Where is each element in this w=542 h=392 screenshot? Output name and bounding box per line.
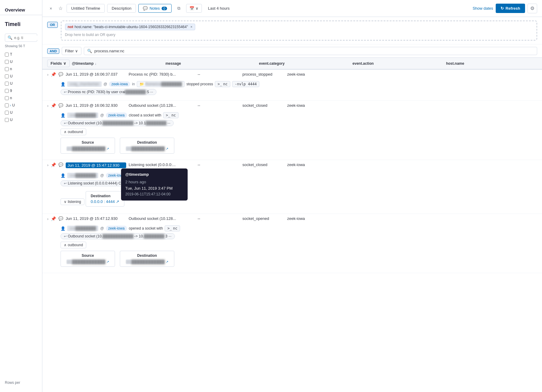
pin-icon[interactable]: 📌	[51, 216, 56, 221]
dest-value[interactable]: 10.████████████ ↗	[125, 146, 169, 151]
expand-icon[interactable]: ›	[47, 217, 48, 221]
search-input[interactable]	[94, 49, 534, 53]
sort-icon[interactable]: ↓	[95, 62, 97, 65]
list-item-label: U	[10, 60, 13, 64]
list-item: U	[5, 59, 37, 65]
list-item-checkbox[interactable]	[5, 74, 9, 78]
list-item-label: U	[10, 118, 13, 122]
search-icon: 🔍	[87, 49, 92, 53]
detail-cmd: >_ nc	[165, 225, 180, 231]
comment-icon[interactable]: 💬	[58, 216, 63, 221]
refresh-button[interactable]: ↻ Refresh	[496, 4, 525, 13]
list-item-checkbox[interactable]	[5, 82, 9, 86]
copy-button[interactable]: ⧉	[174, 4, 184, 13]
socket-toggle-outbound[interactable]: ∧ outbound	[61, 129, 86, 135]
comment-icon[interactable]: 💬	[58, 103, 63, 108]
detail-username: crai████████	[67, 113, 98, 118]
list-item-label: U	[10, 110, 13, 115]
search-row: AND Filter ∨ 🔍	[42, 44, 542, 57]
pin-icon[interactable]: 📌	[51, 162, 56, 167]
list-item-label: n	[10, 96, 12, 100]
dest-value[interactable]: 10.████████████ ↗	[125, 260, 169, 264]
detail-action-text: closed a socket with	[129, 113, 161, 117]
notes-button[interactable]: 💬 Notes 0	[138, 4, 172, 13]
filter-button[interactable]: Filter ∨	[62, 47, 81, 55]
pin-icon[interactable]: 📌	[51, 103, 56, 108]
tooltip-iso: 2019-06-11T15:47:12-04:00	[125, 191, 183, 197]
source-value[interactable]: 10.████████████ ↗	[66, 146, 110, 151]
event-row-4: › 📌 💬 Jun 11, 2019 @ 15:47:12.930 Outbou…	[42, 214, 542, 273]
comment-icon[interactable]: 💬	[58, 72, 63, 77]
event-row-2: › 📌 💬 Jun 11, 2019 @ 16:06:32.930 Outbou…	[42, 101, 542, 160]
expand-icon[interactable]: ›	[47, 104, 48, 108]
expand-icon[interactable]: ›	[47, 73, 48, 77]
tab-untitled-timeline[interactable]: Untitled Timeline	[67, 4, 105, 13]
search-icon: 🔍	[8, 35, 12, 40]
event-row-main-1[interactable]: › 📌 💬 Jun 11, 2019 @ 16:06:37.037 Proces…	[42, 70, 542, 79]
show-dates-button[interactable]: Show dates	[473, 6, 493, 11]
list-item-checkbox[interactable]	[5, 118, 9, 122]
list-item: U	[5, 109, 37, 116]
list-item-label: U	[10, 74, 13, 78]
close-button[interactable]: ×	[47, 5, 54, 12]
rows-per-label: Rows per	[0, 378, 42, 387]
comment-icon[interactable]: 💬	[58, 162, 63, 167]
chip-value: host.name: "beats-ci-immutable-ubuntu-16…	[74, 25, 188, 29]
socket-toggle-outbound-4[interactable]: ∧ outbound	[61, 242, 86, 248]
event-message-3: Listening socket (0.0.0.0:...	[129, 162, 195, 167]
sidebar-showing: Showing 56 T	[5, 44, 37, 48]
dest-header: Destination	[91, 194, 119, 198]
list-item-checkbox[interactable]	[5, 111, 9, 115]
dest-col: Destination 10.████████████ ↗	[120, 138, 174, 154]
socket-toggle-listening[interactable]: ∨ listening	[61, 198, 84, 205]
event-row-main-3[interactable]: › 📌 💬 Jun 11, 2019 @ 15:47:12.930 Listen…	[42, 160, 542, 171]
list-item-label: 9	[10, 89, 12, 93]
event-detail-2: 👤 crai████████ @ zeek-iowa closed a sock…	[42, 110, 542, 160]
event-message-2: Outbound socket (10.128...	[129, 103, 195, 108]
notes-badge: 0	[162, 7, 167, 10]
expand-icon[interactable]: ›	[47, 163, 48, 167]
filter-chip[interactable]: not host.name: "beats-ci-immutable-ubunt…	[65, 24, 195, 30]
list-item-checkbox[interactable]	[5, 103, 9, 107]
sidebar-search-input[interactable]	[14, 36, 38, 40]
list-item: U	[5, 117, 37, 123]
tab-description[interactable]: Description	[107, 4, 136, 13]
calendar-picker[interactable]: 📅 ∨	[186, 4, 202, 13]
list-item-checkbox[interactable]	[5, 53, 9, 57]
detail-cmd: >_ nc	[163, 112, 179, 118]
source-header: Source	[66, 140, 110, 145]
settings-button[interactable]: ⚙	[527, 4, 537, 13]
fields-button[interactable]: Fields ∨	[47, 60, 70, 67]
external-link-icon: ↗	[166, 260, 168, 263]
filter-chip-row: not host.name: "beats-ci-immutable-ubunt…	[65, 24, 533, 30]
detail-at: @	[100, 173, 104, 178]
fields-label: Fields	[51, 61, 62, 66]
socket-text: Outbound socket (10.████████████ -> 10.1…	[68, 121, 170, 125]
source-header: Source	[66, 253, 110, 258]
source-value[interactable]: 10.████████████ ↗	[66, 260, 110, 264]
socket-icon: ↩	[64, 181, 67, 185]
not-label: not	[68, 25, 74, 29]
list-item-checkbox[interactable]	[5, 67, 9, 71]
source-ip: 10.████████████	[67, 146, 106, 151]
event-timestamp-3: Jun 11, 2019 @ 15:47:12.930	[66, 162, 126, 168]
sidebar-overview[interactable]: Overview	[0, 5, 42, 15]
toggle-label: outbound	[68, 130, 83, 134]
dest-header: Destination	[125, 253, 169, 258]
process-chip: ↩ Process nc (PID: 7830) by user crai███…	[61, 89, 156, 95]
detail-line-2: 👤 crai████████ @ zeek-iowa closed a sock…	[61, 112, 524, 118]
list-item-checkbox[interactable]	[5, 89, 9, 93]
list-item-checkbox[interactable]	[5, 60, 9, 64]
dest-value[interactable]: 0.0.0.0 : 4444 ↗	[91, 199, 119, 204]
list-item-checkbox[interactable]	[5, 96, 9, 100]
star-button[interactable]: ☆	[57, 5, 64, 12]
pin-icon[interactable]: 📌	[51, 72, 56, 77]
filter-chips-container: not host.name: "beats-ci-immutable-ubunt…	[61, 21, 537, 41]
terminal-icon: >_	[166, 113, 170, 117]
dest-header: Destination	[125, 140, 169, 145]
detail-process-line-1: ↩ Process nc (PID: 7830) by user crai███…	[61, 89, 524, 95]
event-row-main-4[interactable]: › 📌 💬 Jun 11, 2019 @ 15:47:12.930 Outbou…	[42, 214, 542, 224]
event-row-main-2[interactable]: › 📌 💬 Jun 11, 2019 @ 16:06:32.930 Outbou…	[42, 101, 542, 110]
chip-close-button[interactable]: ×	[190, 25, 192, 29]
and-badge: AND	[47, 48, 59, 54]
